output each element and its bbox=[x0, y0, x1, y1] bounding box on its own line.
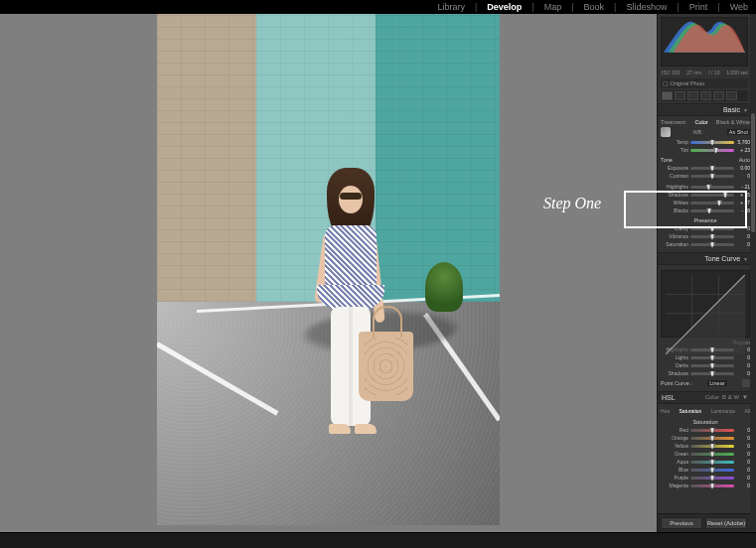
redeye-tool-icon[interactable] bbox=[687, 91, 698, 100]
slider-thumb[interactable] bbox=[717, 200, 722, 206]
saturation-value[interactable]: 0 bbox=[736, 241, 750, 247]
slider-thumb[interactable] bbox=[710, 467, 715, 474]
filmstrip[interactable] bbox=[0, 532, 756, 548]
shadows-value[interactable]: + 75 bbox=[736, 192, 750, 198]
hsl-blue-slider[interactable]: Blue 0 bbox=[661, 466, 750, 474]
slider-thumb[interactable] bbox=[710, 443, 715, 450]
histogram[interactable] bbox=[661, 17, 748, 67]
vibrance-slider[interactable]: Vibrance 0 bbox=[661, 232, 750, 240]
slider-thumb[interactable] bbox=[706, 207, 711, 214]
crop-tool-icon[interactable] bbox=[662, 91, 673, 100]
tc-shadows-slider[interactable]: Shadows 0 bbox=[661, 369, 750, 377]
slider-thumb[interactable] bbox=[706, 184, 711, 191]
contrast-slider[interactable]: Contrast 0 bbox=[661, 172, 750, 180]
contrast-value[interactable]: 0 bbox=[736, 173, 750, 179]
slider-thumb[interactable] bbox=[723, 192, 728, 199]
tc-lights-slider[interactable]: Lights 0 bbox=[661, 353, 750, 361]
temp-slider[interactable]: Temp 5,700 bbox=[661, 138, 750, 146]
slider-thumb[interactable] bbox=[710, 139, 715, 146]
photo-preview[interactable] bbox=[157, 14, 500, 525]
slider-thumb[interactable] bbox=[710, 362, 715, 369]
hsl-blue-value[interactable]: 0 bbox=[736, 467, 750, 473]
hsl-red-slider[interactable]: Red 0 bbox=[661, 426, 750, 434]
hsl-sub-lum[interactable]: Luminance bbox=[711, 408, 735, 414]
whites-slider[interactable]: Whites + 37 bbox=[661, 199, 750, 206]
original-photo-toggle[interactable]: ▢ Original Photo bbox=[661, 78, 748, 88]
panel-scrollbar-track[interactable] bbox=[750, 14, 756, 532]
exposure-value[interactable]: 0.00 bbox=[736, 165, 750, 171]
tc-darks-slider[interactable]: Darks 0 bbox=[661, 361, 750, 369]
image-canvas[interactable] bbox=[0, 14, 657, 532]
tone-curve-graph[interactable] bbox=[661, 270, 750, 338]
hsl-red-value[interactable]: 0 bbox=[736, 427, 750, 433]
slider-thumb[interactable] bbox=[710, 459, 715, 466]
hsl-magenta-slider[interactable]: Magenta 0 bbox=[661, 481, 750, 489]
hsl-orange-value[interactable]: 0 bbox=[736, 435, 750, 441]
whites-value[interactable]: + 37 bbox=[736, 200, 750, 206]
hsl-tab-bw[interactable]: B & W bbox=[722, 394, 739, 401]
hsl-purple-slider[interactable]: Purple 0 bbox=[661, 474, 750, 481]
slider-thumb[interactable] bbox=[710, 451, 715, 458]
reset-button[interactable]: Reset (Adobe) bbox=[705, 517, 747, 529]
clarity-slider[interactable]: Clarity 0 bbox=[661, 224, 750, 232]
hsl-yellow-slider[interactable]: Yellow 0 bbox=[661, 442, 750, 450]
blacks-value[interactable]: - 18 bbox=[736, 207, 750, 213]
tint-slider[interactable]: Tint + 23 bbox=[661, 146, 750, 154]
blacks-slider[interactable]: Blacks - 18 bbox=[661, 206, 750, 214]
slider-thumb[interactable] bbox=[710, 233, 715, 240]
tc-lights-value[interactable]: 0 bbox=[736, 354, 750, 360]
hsl-sub-hue[interactable]: Hue bbox=[661, 408, 670, 414]
tc-darks-value[interactable]: 0 bbox=[736, 362, 750, 368]
slider-thumb[interactable] bbox=[710, 241, 715, 248]
shadows-slider[interactable]: Shadows + 75 bbox=[661, 191, 750, 199]
hsl-purple-value[interactable]: 0 bbox=[736, 475, 750, 480]
nav-print[interactable]: Print bbox=[689, 2, 708, 12]
tint-value[interactable]: + 23 bbox=[736, 147, 750, 153]
hsl-orange-slider[interactable]: Orange 0 bbox=[661, 434, 750, 442]
hsl-sub-sat[interactable]: Saturation bbox=[680, 408, 702, 414]
vibrance-value[interactable]: 0 bbox=[736, 233, 750, 239]
nav-library[interactable]: Library bbox=[437, 2, 465, 12]
radial-tool-icon[interactable] bbox=[713, 91, 724, 100]
hsl-green-value[interactable]: 0 bbox=[736, 451, 750, 457]
previous-button[interactable]: Previous bbox=[661, 517, 702, 529]
tonecurve-header[interactable]: Tone Curve ▼ bbox=[658, 252, 756, 265]
nav-book[interactable]: Book bbox=[584, 2, 605, 12]
hsl-aqua-slider[interactable]: Aqua 0 bbox=[661, 458, 750, 466]
wb-select[interactable]: As Shot bbox=[727, 129, 750, 135]
slider-thumb[interactable] bbox=[710, 370, 715, 377]
slider-thumb[interactable] bbox=[710, 165, 715, 172]
nav-map[interactable]: Map bbox=[544, 2, 562, 12]
slider-thumb[interactable] bbox=[710, 225, 715, 232]
nav-develop[interactable]: Develop bbox=[487, 2, 522, 12]
slider-thumb[interactable] bbox=[713, 147, 718, 154]
hsl-header[interactable]: HSL Color B & W ▼ bbox=[658, 391, 756, 404]
hsl-green-slider[interactable]: Green 0 bbox=[661, 450, 750, 458]
hsl-tab-color[interactable]: Color bbox=[705, 394, 719, 401]
hsl-yellow-value[interactable]: 0 bbox=[736, 443, 750, 449]
brush-tool-icon[interactable] bbox=[726, 91, 737, 100]
slider-thumb[interactable] bbox=[710, 427, 715, 434]
nav-web[interactable]: Web bbox=[730, 2, 748, 12]
basic-header[interactable]: Basic ▼ bbox=[658, 103, 756, 116]
treatment-bw[interactable]: Black & White bbox=[716, 119, 750, 125]
tc-shadows-value[interactable]: 0 bbox=[736, 370, 750, 376]
auto-tone-button[interactable]: Auto bbox=[739, 157, 750, 163]
hsl-aqua-value[interactable]: 0 bbox=[736, 459, 750, 465]
spot-tool-icon[interactable] bbox=[675, 91, 685, 100]
wb-picker-icon[interactable] bbox=[661, 127, 671, 137]
nav-slideshow[interactable]: Slideshow bbox=[626, 2, 667, 12]
hsl-magenta-value[interactable]: 0 bbox=[736, 482, 750, 488]
slider-thumb[interactable] bbox=[710, 482, 715, 489]
slider-thumb[interactable] bbox=[710, 475, 715, 481]
highlights-slider[interactable]: Highlights - 21 bbox=[661, 183, 750, 191]
slider-thumb[interactable] bbox=[710, 435, 715, 442]
panel-scrollbar-thumb[interactable] bbox=[751, 113, 755, 232]
slider-thumb[interactable] bbox=[710, 173, 715, 180]
treatment-color[interactable]: Color bbox=[695, 119, 708, 125]
point-curve-select[interactable]: Linear bbox=[707, 380, 726, 386]
edit-point-curve-icon[interactable] bbox=[742, 379, 750, 387]
slider-thumb[interactable] bbox=[710, 354, 715, 361]
temp-value[interactable]: 5,700 bbox=[736, 139, 750, 145]
highlights-value[interactable]: - 21 bbox=[736, 184, 750, 190]
